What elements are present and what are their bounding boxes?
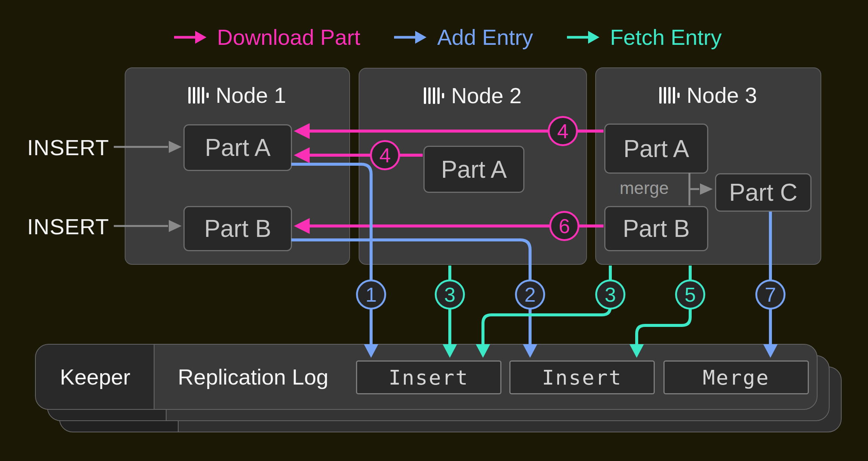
add-entry-arrowhead (364, 344, 378, 358)
add-entry-arrowhead (763, 344, 778, 358)
wires-overlay (0, 0, 868, 461)
insert-arrow-icon (114, 141, 182, 232)
add-entry-line-2 (291, 240, 530, 345)
download-part-arrowhead (294, 218, 310, 234)
step-badge-1: 1 (356, 279, 386, 310)
step-badge-4a: 4 (370, 140, 400, 170)
replication-diagram: Download Part Add Entry Fetch Entry INSE… (0, 0, 868, 461)
step-badge-3a: 3 (435, 279, 465, 310)
step-badge-5: 5 (675, 279, 705, 310)
step-badge-3b: 3 (595, 279, 625, 310)
fetch-entry-arrowhead (630, 344, 644, 358)
fetch-entry-arrowhead (443, 344, 457, 358)
download-part-arrowhead (294, 147, 310, 163)
add-entry-arrowhead (523, 344, 537, 358)
add-entry-line-1 (291, 164, 371, 345)
step-badge-6: 6 (549, 211, 579, 241)
fetch-entry-line-3b (483, 266, 610, 345)
fetch-entry-arrowhead (476, 344, 490, 358)
step-badge-2: 2 (515, 279, 545, 310)
step-badge-4b: 4 (548, 116, 578, 146)
download-part-arrowhead (294, 123, 310, 139)
step-badge-7: 7 (755, 279, 785, 310)
merge-arrow-icon (689, 173, 713, 205)
